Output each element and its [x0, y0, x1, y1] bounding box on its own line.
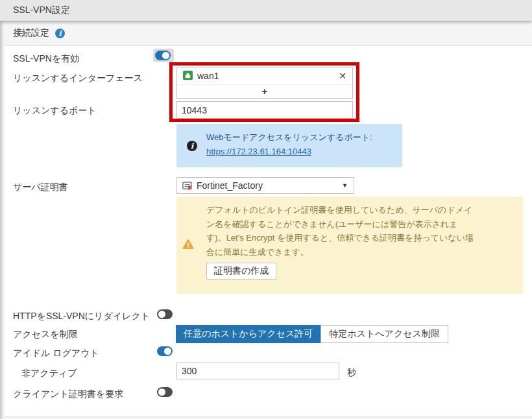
section-header: 接続設定 — [5, 21, 532, 46]
chevron-down-icon — [342, 182, 348, 189]
allow-any-host-option[interactable]: 任意のホストからアクセス許可 — [176, 325, 320, 343]
cert-warning-box: デフォルトのビルトイン証明書を使用しているため、サーバのドメイ ン名を確認するこ… — [176, 197, 523, 294]
redirect-http-label: HTTPをSSL-VPNにリダイレクト — [13, 310, 150, 322]
warning-icon — [182, 239, 194, 252]
enable-sslvpn-label: SSL-VPNを有効 — [13, 53, 79, 64]
enable-sslvpn-toggle[interactable] — [155, 51, 171, 60]
restrict-access-label: アクセスを制限 — [13, 328, 78, 340]
seconds-unit-label: 秒 — [347, 367, 356, 379]
certificate-icon — [182, 181, 192, 193]
listen-interfaces-label: リッスンするインターフェース — [13, 72, 143, 84]
listen-port-label: リッスンするポート — [13, 104, 97, 116]
panel-left-edge — [0, 21, 5, 419]
redirect-http-toggle[interactable] — [157, 309, 173, 319]
interface-entry-wan1[interactable]: wan1 — [177, 67, 352, 84]
toggle-knob — [164, 348, 171, 355]
cert-warning-text: デフォルトのビルトイン証明書を使用しているため、サーバのドメイ ン名を確認するこ… — [206, 203, 498, 259]
create-certificate-button[interactable]: 証明書の作成 — [206, 263, 276, 280]
info-icon[interactable] — [55, 29, 65, 38]
page-title: SSL-VPN設定 — [13, 5, 70, 16]
restrict-access-segmented: 任意のホストからアクセス許可 特定ホストへアクセス制限 — [176, 325, 448, 343]
close-icon[interactable] — [339, 70, 346, 82]
info-icon — [187, 141, 197, 151]
idle-logout-toggle[interactable] — [157, 346, 173, 356]
page-title-bar: SSL-VPN設定 — [0, 0, 532, 21]
web-mode-info-text: Webモードアクセスをリッスンするポート: — [206, 130, 372, 145]
client-cert-toggle[interactable] — [157, 387, 173, 397]
web-mode-info-box: Webモードアクセスをリッスンするポート: https://172.23.61.… — [176, 124, 402, 167]
server-cert-label: サーバ証明書 — [13, 181, 68, 193]
client-cert-label: クライアント証明書を要求 — [13, 388, 123, 400]
section-title: 接続設定 — [13, 27, 49, 39]
web-mode-access-link[interactable]: https://172.23.61.164:10443 — [206, 147, 311, 156]
inactive-label: 非アクティブ — [21, 367, 77, 379]
ethernet-port-icon — [183, 71, 193, 82]
ssl-vpn-settings-page: SSL-VPN設定 接続設定 SSL-VPNを有効 リッスンするインターフェース… — [0, 0, 532, 419]
listen-interfaces-select[interactable]: wan1 — [176, 67, 353, 99]
toggle-knob — [158, 311, 165, 318]
interface-name: wan1 — [197, 70, 219, 82]
panel-bottom-edge — [5, 416, 532, 419]
server-cert-value: Fortinet_Factory — [197, 180, 263, 191]
listen-port-input[interactable] — [176, 101, 353, 119]
toggle-knob — [162, 52, 169, 59]
plus-icon[interactable] — [177, 84, 352, 99]
server-cert-dropdown[interactable]: Fortinet_Factory — [176, 177, 354, 194]
limit-specific-hosts-option[interactable]: 特定ホストへアクセス制限 — [320, 325, 448, 343]
inactive-seconds-input[interactable] — [176, 363, 339, 379]
toggle-knob — [158, 389, 165, 396]
enable-sslvpn-toggle-chip — [153, 49, 174, 62]
idle-logout-label: アイドル ログアウト — [13, 347, 99, 359]
